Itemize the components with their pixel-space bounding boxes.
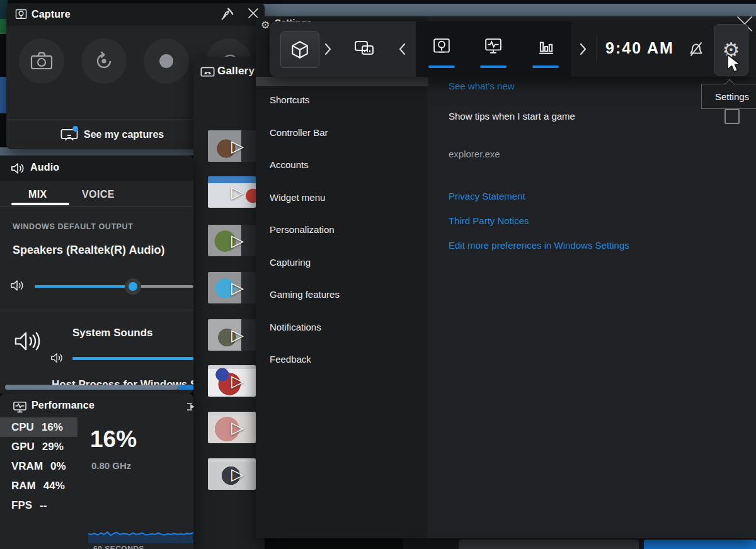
see-whats-new-link[interactable]: See what's new [449,81,515,91]
widgets-icon[interactable] [354,39,377,59]
settings-tooltip-label: Settings [715,91,749,102]
stat-row-cpu[interactable]: CPU16% [0,417,77,437]
system-sounds-label: System Sounds [72,327,153,339]
play-icon: ▷ [231,137,244,156]
capture-panel-title: Capture [32,9,71,20]
play-icon: ▷ [231,278,244,297]
gallery-item-video-3d-goblin-model[interactable]: ▷ [208,225,256,256]
cube-icon [290,40,310,60]
take-screenshot-button[interactable] [19,38,64,84]
settings-menu-item-feedback[interactable]: Feedback [270,354,311,365]
new-captures-badge [72,126,78,132]
gallery-item-video-3d-rabbit-model[interactable]: ▷ [208,130,256,162]
performance-sparkline [88,526,193,543]
record-last-30-seconds-button[interactable] [81,38,127,84]
chevron-right-icon[interactable] [579,43,587,55]
output-device-name: Speakers (Realtek(R) Audio) [13,244,164,257]
edit-more-preferences-link[interactable]: Edit more preferences in Windows Setting… [449,240,629,251]
widget-menu-button[interactable] [280,31,319,68]
resources-active-underline [532,65,559,68]
audio-widget-icon [11,162,26,174]
output-volume-thumb[interactable] [125,278,141,295]
settings-menu-item-controller-bar[interactable]: Controller Bar [270,127,328,138]
clock: 9:40 AM [605,39,674,57]
tab-mix[interactable]: MIX [28,189,47,200]
app-volume-slider-end [178,385,193,390]
performance-options-icon[interactable] [187,402,195,412]
performance-panel: Performance CPU16% GPU29% VRAM0% RAM44% … [0,393,193,549]
capture-widget-toolbar-icon[interactable] [433,38,450,55]
gallery-panel: Gallery ▷ ▷ ▷ ▷ ▷ ▷ ▷ ▷ [193,57,265,549]
gallery-panel-title: Gallery [217,65,255,77]
settings-menu-item-gaming-features[interactable]: Gaming features [270,289,340,300]
settings-window-gear-icon: ⚙ [261,19,270,31]
pin-icon[interactable] [220,7,234,21]
game-bar-toolbar: 9:40 AM [270,21,756,77]
notifications-off-icon[interactable] [687,40,705,59]
process-name-label: explorer.exe [449,149,500,159]
mouse-cursor [726,54,743,74]
screen: { "colors": { "accent_blue": "#1583df", … [0,0,756,549]
settings-menu-item-notifications[interactable]: Notifications [270,322,321,332]
graph-time-label: 60 SECONDS [93,545,144,549]
settings-menu-item-accounts[interactable]: Accounts [270,159,309,170]
gallery-item-video-3d-brain-model[interactable]: ▷ [208,412,256,443]
resources-widget-toolbar-icon[interactable] [537,38,555,55]
start-recording-button[interactable] [144,38,189,84]
performance-widget-icon [13,401,27,414]
settings-menu-item-widget-menu[interactable]: Widget menu [270,192,325,203]
dialog-secondary-button[interactable] [459,540,639,549]
selected-stat-detail: 0.80 GHz [91,460,131,471]
performance-active-underline [480,65,507,68]
gallery-item-video-3d-werewolf-model[interactable]: ▷ [208,458,256,490]
show-tips-checkbox[interactable] [724,109,740,124]
selected-stat-value: 16% [90,426,137,453]
chevron-left-icon[interactable] [398,43,406,55]
play-icon: ▷ [231,231,244,250]
gallery-item-video-blue-settings-window[interactable]: ▷ [208,176,256,208]
performance-panel-title: Performance [32,400,94,411]
toolbar-divider [597,35,597,63]
see-my-captures-label: See my captures [84,129,164,140]
audio-panel: Audio MIX VOICE WINDOWS DEFAULT OUTPUT S… [0,156,193,393]
system-sounds-slider[interactable] [72,357,193,360]
chevron-right-icon[interactable] [324,43,332,55]
capture-widget-icon [15,9,27,21]
settings-window: ⚙ Settings Shortcuts Controller Bar Acco… [256,16,756,538]
play-icon: ▷ [231,418,244,437]
settings-menu-item-shortcuts[interactable]: Shortcuts [270,94,309,105]
show-tips-label: Show tips when I start a game [449,111,575,122]
third-party-notices-link[interactable]: Third Party Notices [449,215,529,226]
settings-menu-item-capturing[interactable]: Capturing [270,257,311,268]
dialog-primary-button[interactable] [644,540,756,549]
menu-scroll-strip [256,77,428,86]
capture-active-underline [428,65,455,68]
desktop-sliver [249,4,756,18]
gallery-widget-icon [200,67,215,78]
settings-menu-item-personalization[interactable]: Personalization [270,224,335,235]
stat-row-gpu[interactable]: GPU29% [0,437,77,456]
active-tab-underline [11,203,69,205]
system-sounds-speaker-icon [50,353,64,363]
gallery-item-video-3d-alien-model[interactable]: ▷ [208,272,256,303]
play-icon: ▷ [231,325,244,344]
stat-row-fps[interactable]: FPS-- [0,495,77,515]
play-icon: ▷ [231,465,244,484]
captures-icon [60,128,78,142]
output-section-label: WINDOWS DEFAULT OUTPUT [13,222,133,231]
gallery-item-video-3d-heart-model[interactable]: ▷ [208,365,256,397]
stat-row-vram[interactable]: VRAM0% [0,456,77,476]
audio-panel-title: Audio [30,162,59,173]
tab-voice[interactable]: VOICE [82,189,115,200]
system-sounds-icon [14,329,42,353]
stat-row-ram[interactable]: RAM44% [0,476,77,495]
output-volume-slider[interactable] [35,285,193,288]
app-volume-slider[interactable] [5,385,178,390]
volume-speaker-icon [10,280,25,291]
gallery-item-video-3d-dinosaur-model[interactable]: ▷ [208,319,256,351]
performance-widget-toolbar-icon[interactable] [484,38,502,55]
play-icon: ▷ [231,371,244,390]
privacy-statement-link[interactable]: Privacy Statement [449,191,525,201]
play-icon: ▷ [231,183,244,201]
